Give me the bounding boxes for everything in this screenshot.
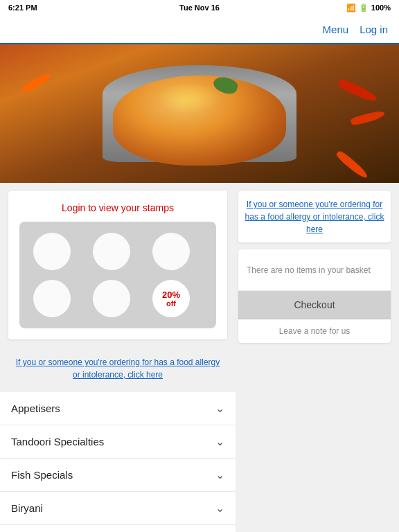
main-layout: Login to view your stamps 20% off If you… (0, 183, 399, 532)
category-name: Biryani (11, 502, 43, 514)
top-nav: Menu Log in (0, 15, 399, 44)
discount-value: 20% (162, 290, 180, 299)
stamp-4 (33, 280, 71, 317)
wifi-icon: 📶 (346, 3, 356, 12)
category-item-tandoori-specialties[interactable]: Tandoori Specialties ⌄ (0, 425, 236, 459)
allergy-link-left[interactable]: If you or someone you're ordering for ha… (0, 348, 236, 389)
status-date: Tue Nov 16 (179, 3, 220, 12)
stamps-title: Login to view your stamps (19, 202, 216, 213)
right-panel: If you or someone you're ordering for ha… (236, 183, 399, 532)
stamp-1 (33, 233, 71, 270)
category-item-appetisers[interactable]: Appetisers ⌄ (0, 392, 236, 425)
basket-card: There are no items in your basket Checko… (238, 249, 391, 343)
stamps-grid: 20% off (19, 222, 216, 328)
stamps-card: Login to view your stamps 20% off (8, 191, 227, 339)
menu-categories: Appetisers ⌄ Tandoori Specialties ⌄ Fish… (0, 392, 236, 532)
stamp-5 (93, 280, 130, 317)
category-item-fish-specials[interactable]: Fish Specials ⌄ (0, 459, 236, 492)
basket-empty-message: There are no items in your basket (238, 249, 391, 291)
discount-label: off (166, 299, 176, 308)
left-panel: Login to view your stamps 20% off If you… (0, 183, 236, 532)
category-item-biryani[interactable]: Biryani ⌄ (0, 492, 236, 525)
status-bar: 6:21 PM Tue Nov 16 📶 🔋 100% (0, 0, 399, 15)
chevron-down-icon: ⌄ (215, 435, 224, 448)
checkout-button[interactable]: Checkout (238, 291, 391, 319)
stamp-2 (93, 233, 130, 270)
category-name: Tandoori Specialties (11, 436, 104, 447)
login-link[interactable]: Log in (360, 24, 388, 35)
battery-icon: 🔋 (359, 3, 369, 12)
category-name: Fish Specials (11, 469, 73, 481)
menu-link[interactable]: Menu (323, 24, 349, 35)
stamp-discount: 20% off (152, 280, 190, 317)
hero-image (0, 44, 399, 183)
leave-note[interactable]: Leave a note for us (238, 319, 391, 343)
chevron-down-icon: ⌄ (215, 468, 224, 481)
chevron-down-icon: ⌄ (215, 502, 224, 515)
category-name: Appetisers (11, 402, 60, 414)
stamp-3 (152, 233, 190, 270)
status-time: 6:21 PM (8, 3, 37, 12)
allergy-link-right[interactable]: If you or someone you're ordering for ha… (238, 191, 391, 242)
chevron-down-icon: ⌄ (215, 402, 224, 415)
category-item-vegetarian-sides[interactable]: Vegetarian Sides ⌄ (0, 525, 236, 532)
battery-percent: 100% (371, 3, 391, 12)
